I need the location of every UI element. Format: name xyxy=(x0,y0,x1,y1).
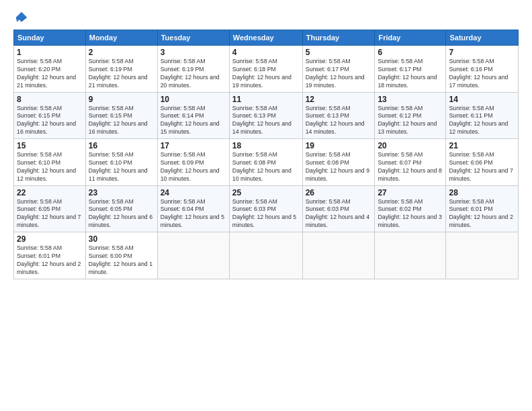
calendar-table: Sunday Monday Tuesday Wednesday Thursday… xyxy=(13,30,519,279)
day-number-2: 2 xyxy=(89,48,154,57)
page: Sunday Monday Tuesday Wednesday Thursday… xyxy=(0,0,532,411)
day-detail-10: Sunrise: 5:58 AM Sunset: 6:14 PM Dayligh… xyxy=(161,105,226,137)
day-cell-23: 23 Sunrise: 5:58 AM Sunset: 6:05 PM Dayl… xyxy=(85,185,157,232)
day-detail-13: Sunrise: 5:58 AM Sunset: 6:12 PM Dayligh… xyxy=(378,105,443,137)
day-cell-18: 18 Sunrise: 5:58 AM Sunset: 6:08 PM Dayl… xyxy=(229,139,302,186)
day-cell-6: 6 Sunrise: 5:58 AM Sunset: 6:17 PM Dayli… xyxy=(375,46,446,93)
empty-cell xyxy=(375,232,446,279)
day-number-25: 25 xyxy=(232,188,300,197)
day-detail-29: Sunrise: 5:58 AM Sunset: 6:01 PM Dayligh… xyxy=(17,244,83,277)
empty-cell xyxy=(446,232,519,279)
day-number-6: 6 xyxy=(378,48,443,57)
day-cell-29: 29 Sunrise: 5:58 AM Sunset: 6:01 PM Dayl… xyxy=(14,232,86,279)
day-number-18: 18 xyxy=(232,141,300,150)
day-cell-15: 15 Sunrise: 5:58 AM Sunset: 6:10 PM Dayl… xyxy=(14,139,86,186)
day-detail-20: Sunrise: 5:58 AM Sunset: 6:07 PM Dayligh… xyxy=(378,151,443,183)
day-cell-27: 27 Sunrise: 5:58 AM Sunset: 6:02 PM Dayl… xyxy=(375,185,446,232)
day-detail-18: Sunrise: 5:58 AM Sunset: 6:08 PM Dayligh… xyxy=(232,151,300,183)
day-number-22: 22 xyxy=(17,188,83,197)
day-cell-16: 16 Sunrise: 5:58 AM Sunset: 6:10 PM Dayl… xyxy=(85,139,157,186)
day-detail-4: Sunrise: 5:58 AM Sunset: 6:18 PM Dayligh… xyxy=(232,58,300,90)
day-number-7: 7 xyxy=(449,48,515,57)
day-cell-28: 28 Sunrise: 5:58 AM Sunset: 6:01 PM Dayl… xyxy=(446,185,519,232)
day-detail-14: Sunrise: 5:58 AM Sunset: 6:11 PM Dayligh… xyxy=(449,105,515,137)
day-cell-10: 10 Sunrise: 5:58 AM Sunset: 6:14 PM Dayl… xyxy=(157,92,229,139)
empty-cell xyxy=(229,232,302,279)
header-row: Sunday Monday Tuesday Wednesday Thursday… xyxy=(14,30,519,46)
day-number-10: 10 xyxy=(161,95,226,104)
col-sunday: Sunday xyxy=(14,30,86,46)
day-cell-13: 13 Sunrise: 5:58 AM Sunset: 6:12 PM Dayl… xyxy=(375,92,446,139)
day-number-9: 9 xyxy=(89,95,154,104)
day-number-24: 24 xyxy=(161,188,226,197)
day-cell-19: 19 Sunrise: 5:58 AM Sunset: 6:08 PM Dayl… xyxy=(302,139,375,186)
week-row-3: 15 Sunrise: 5:58 AM Sunset: 6:10 PM Dayl… xyxy=(14,139,519,186)
day-detail-8: Sunrise: 5:58 AM Sunset: 6:15 PM Dayligh… xyxy=(17,105,83,137)
day-cell-11: 11 Sunrise: 5:58 AM Sunset: 6:13 PM Dayl… xyxy=(229,92,302,139)
day-number-23: 23 xyxy=(89,188,154,197)
day-cell-14: 14 Sunrise: 5:58 AM Sunset: 6:11 PM Dayl… xyxy=(446,92,519,139)
day-cell-5: 5 Sunrise: 5:58 AM Sunset: 6:17 PM Dayli… xyxy=(302,46,375,93)
day-cell-30: 30 Sunrise: 5:58 AM Sunset: 6:00 PM Dayl… xyxy=(85,232,157,279)
day-cell-20: 20 Sunrise: 5:58 AM Sunset: 6:07 PM Dayl… xyxy=(375,139,446,186)
day-number-8: 8 xyxy=(17,95,83,104)
col-monday: Monday xyxy=(85,30,157,46)
day-cell-17: 17 Sunrise: 5:58 AM Sunset: 6:09 PM Dayl… xyxy=(157,139,229,186)
day-cell-3: 3 Sunrise: 5:58 AM Sunset: 6:19 PM Dayli… xyxy=(157,46,229,93)
day-cell-7: 7 Sunrise: 5:58 AM Sunset: 6:16 PM Dayli… xyxy=(446,46,519,93)
day-cell-9: 9 Sunrise: 5:58 AM Sunset: 6:15 PM Dayli… xyxy=(85,92,157,139)
day-number-21: 21 xyxy=(449,141,515,150)
week-row-1: 1 Sunrise: 5:58 AM Sunset: 6:20 PM Dayli… xyxy=(14,46,519,93)
day-number-12: 12 xyxy=(306,95,372,104)
col-wednesday: Wednesday xyxy=(229,30,302,46)
empty-cell xyxy=(302,232,375,279)
logo-icon xyxy=(15,11,28,24)
week-row-2: 8 Sunrise: 5:58 AM Sunset: 6:15 PM Dayli… xyxy=(14,92,519,139)
day-detail-17: Sunrise: 5:58 AM Sunset: 6:09 PM Dayligh… xyxy=(161,151,226,183)
day-cell-21: 21 Sunrise: 5:58 AM Sunset: 6:06 PM Dayl… xyxy=(446,139,519,186)
day-detail-28: Sunrise: 5:58 AM Sunset: 6:01 PM Dayligh… xyxy=(449,198,515,230)
day-detail-24: Sunrise: 5:58 AM Sunset: 6:04 PM Dayligh… xyxy=(161,198,226,230)
day-cell-8: 8 Sunrise: 5:58 AM Sunset: 6:15 PM Dayli… xyxy=(14,92,86,139)
day-number-27: 27 xyxy=(378,188,443,197)
day-detail-6: Sunrise: 5:58 AM Sunset: 6:17 PM Dayligh… xyxy=(378,58,443,90)
day-cell-4: 4 Sunrise: 5:58 AM Sunset: 6:18 PM Dayli… xyxy=(229,46,302,93)
day-detail-5: Sunrise: 5:58 AM Sunset: 6:17 PM Dayligh… xyxy=(306,58,372,90)
day-number-15: 15 xyxy=(17,141,83,150)
day-number-11: 11 xyxy=(232,95,300,104)
col-saturday: Saturday xyxy=(446,30,519,46)
day-detail-12: Sunrise: 5:58 AM Sunset: 6:13 PM Dayligh… xyxy=(306,105,372,137)
day-detail-11: Sunrise: 5:58 AM Sunset: 6:13 PM Dayligh… xyxy=(232,105,300,137)
day-detail-2: Sunrise: 5:58 AM Sunset: 6:19 PM Dayligh… xyxy=(89,58,154,90)
day-number-1: 1 xyxy=(17,48,83,57)
day-number-17: 17 xyxy=(161,141,226,150)
day-number-4: 4 xyxy=(232,48,300,57)
day-detail-26: Sunrise: 5:58 AM Sunset: 6:03 PM Dayligh… xyxy=(306,198,372,230)
day-detail-9: Sunrise: 5:58 AM Sunset: 6:15 PM Dayligh… xyxy=(89,105,154,137)
col-tuesday: Tuesday xyxy=(157,30,229,46)
day-detail-27: Sunrise: 5:58 AM Sunset: 6:02 PM Dayligh… xyxy=(378,198,443,230)
col-friday: Friday xyxy=(375,30,446,46)
logo xyxy=(13,11,28,24)
day-number-19: 19 xyxy=(306,141,372,150)
day-number-30: 30 xyxy=(89,234,154,244)
day-number-5: 5 xyxy=(306,48,372,57)
day-number-16: 16 xyxy=(89,141,154,150)
day-number-29: 29 xyxy=(17,234,83,244)
day-number-20: 20 xyxy=(378,141,443,150)
day-cell-24: 24 Sunrise: 5:58 AM Sunset: 6:04 PM Dayl… xyxy=(157,185,229,232)
day-detail-22: Sunrise: 5:58 AM Sunset: 6:05 PM Dayligh… xyxy=(17,198,83,230)
day-number-28: 28 xyxy=(449,188,515,197)
day-detail-1: Sunrise: 5:58 AM Sunset: 6:20 PM Dayligh… xyxy=(17,58,83,90)
day-detail-21: Sunrise: 5:58 AM Sunset: 6:06 PM Dayligh… xyxy=(449,151,515,183)
day-cell-2: 2 Sunrise: 5:58 AM Sunset: 6:19 PM Dayli… xyxy=(85,46,157,93)
day-number-3: 3 xyxy=(161,48,226,57)
day-number-14: 14 xyxy=(449,95,515,104)
day-detail-25: Sunrise: 5:58 AM Sunset: 6:03 PM Dayligh… xyxy=(232,198,300,230)
day-detail-30: Sunrise: 5:58 AM Sunset: 6:00 PM Dayligh… xyxy=(89,244,154,277)
day-detail-7: Sunrise: 5:58 AM Sunset: 6:16 PM Dayligh… xyxy=(449,58,515,90)
day-detail-23: Sunrise: 5:58 AM Sunset: 6:05 PM Dayligh… xyxy=(89,198,154,230)
day-cell-1: 1 Sunrise: 5:58 AM Sunset: 6:20 PM Dayli… xyxy=(14,46,86,93)
day-number-13: 13 xyxy=(378,95,443,104)
day-detail-19: Sunrise: 5:58 AM Sunset: 6:08 PM Dayligh… xyxy=(306,151,372,183)
